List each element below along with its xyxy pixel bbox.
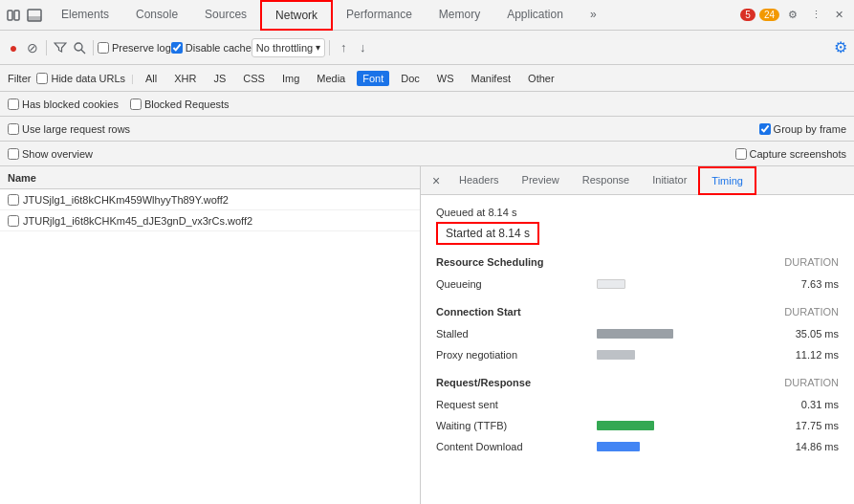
request-row-2[interactable]: JTURjlg1_i6t8kCHKm45_dJE3gnD_vx3rCs.woff… <box>0 210 420 231</box>
filter-sep-1: | <box>131 73 134 84</box>
request-row-1[interactable]: JTUSjlg1_i6t8kCHKm459WlhyyTh89Y.woff2 <box>0 189 420 210</box>
filter-manifest-btn[interactable]: Manifest <box>466 71 517 86</box>
stalled-value: 35.05 ms <box>762 328 839 340</box>
filter-icon[interactable] <box>53 40 68 55</box>
content-download-label: Content Download <box>436 441 589 452</box>
close-devtools-icon[interactable]: ✕ <box>831 8 846 23</box>
hide-data-urls-label[interactable]: Hide data URLs <box>36 73 125 84</box>
svg-rect-0 <box>8 11 12 20</box>
blocked-cookies-label[interactable]: Has blocked cookies <box>8 99 119 110</box>
name-column-header: Name <box>8 172 36 184</box>
show-overview-label[interactable]: Show overview <box>8 148 93 160</box>
proxy-bar-container <box>597 350 755 360</box>
export-har-icon[interactable]: ↓ <box>355 40 370 55</box>
group-by-frame-checkbox[interactable] <box>759 123 771 135</box>
request-name-2: JTURjlg1_i6t8kCHKm45_dJE3gnD_vx3rCs.woff… <box>23 215 252 227</box>
proxy-value: 11.12 ms <box>762 349 839 361</box>
sub-tab-initiator[interactable]: Initiator <box>641 166 698 195</box>
request-row-1-checkbox[interactable] <box>8 194 19 206</box>
show-overview-text: Show overview <box>22 148 93 160</box>
toolbar-sep-1 <box>46 40 47 55</box>
sub-tab-response[interactable]: Response <box>571 166 642 195</box>
large-rows-label[interactable]: Use large request rows <box>8 123 130 135</box>
tab-console[interactable]: Console <box>122 0 191 31</box>
filter-all-btn[interactable]: All <box>140 71 163 86</box>
queueing-bar-container <box>597 279 755 289</box>
disable-cache-label: Disable cache <box>186 42 252 54</box>
blocked-cookies-checkbox[interactable] <box>8 99 19 110</box>
blocked-requests-text: Blocked Requests <box>144 99 230 110</box>
request-sent-label: Request sent <box>436 399 589 410</box>
settings-icon[interactable]: ⚙ <box>785 8 800 23</box>
search-icon[interactable] <box>72 40 87 55</box>
devtools-open-icon[interactable] <box>6 8 21 23</box>
group-by-frame-label[interactable]: Group by frame <box>759 123 846 135</box>
sub-tab-headers[interactable]: Headers <box>448 166 511 195</box>
proxy-row: Proxy negotiation 11.12 ms <box>436 344 839 365</box>
show-overview-checkbox[interactable] <box>8 148 19 160</box>
hide-data-urls-text: Hide data URLs <box>51 73 125 84</box>
tab-more[interactable]: » <box>577 0 610 31</box>
request-row-2-checkbox[interactable] <box>8 215 19 227</box>
toolbar-sep-3 <box>329 40 330 55</box>
group-by-frame-text: Group by frame <box>774 123 846 135</box>
filter-xhr-btn[interactable]: XHR <box>168 71 202 86</box>
throttling-label: No throttling <box>256 42 313 54</box>
disable-cache-checkbox[interactable] <box>171 42 183 54</box>
filter-font-btn[interactable]: Font <box>357 71 389 86</box>
sub-tab-preview[interactable]: Preview <box>511 166 571 195</box>
network-toolbar: ● ⊘ Preserve log Disable cache No thrott… <box>0 31 854 65</box>
filter-other-btn[interactable]: Other <box>522 71 560 86</box>
clear-icon[interactable]: ⊘ <box>25 40 40 55</box>
capture-screenshots-checkbox[interactable] <box>735 148 747 160</box>
content-download-value: 14.86 ms <box>762 441 839 452</box>
filter-js-btn[interactable]: JS <box>208 71 231 86</box>
preserve-log-checkbox[interactable] <box>98 42 109 54</box>
filter-media-btn[interactable]: Media <box>311 71 351 86</box>
tab-memory[interactable]: Memory <box>426 0 493 31</box>
resource-scheduling-duration-label: DURATION <box>784 256 839 268</box>
blocked-requests-checkbox[interactable] <box>130 99 142 110</box>
preserve-log-checkbox-label[interactable]: Preserve log <box>98 42 171 54</box>
sub-tab-timing[interactable]: Timing <box>698 166 756 195</box>
filter-bar: Filter Hide data URLs | All XHR JS CSS I… <box>0 65 854 92</box>
tab-sources[interactable]: Sources <box>191 0 260 31</box>
filter-doc-btn[interactable]: Doc <box>395 71 426 86</box>
ttfb-bar-container <box>597 421 755 430</box>
capture-screenshots-label[interactable]: Capture screenshots <box>735 148 847 160</box>
import-har-icon[interactable]: ↑ <box>336 40 351 55</box>
ttfb-label: Waiting (TTFB) <box>436 420 589 431</box>
tab-application[interactable]: Application <box>493 0 577 31</box>
preserve-log-label: Preserve log <box>112 42 171 54</box>
throttling-dropdown[interactable]: No throttling ▾ <box>252 38 325 57</box>
svg-point-4 <box>75 43 82 51</box>
devtools-dock-icon[interactable] <box>27 8 42 23</box>
more-options-icon[interactable]: ⋮ <box>808 8 823 23</box>
error-count-badge: 5 <box>740 9 755 21</box>
blocked-requests-label[interactable]: Blocked Requests <box>130 99 230 110</box>
tab-performance[interactable]: Performance <box>333 0 426 31</box>
record-icon[interactable]: ● <box>6 40 21 55</box>
proxy-bar <box>597 350 635 360</box>
hide-data-urls-checkbox[interactable] <box>36 73 48 84</box>
stalled-row: Stalled 35.05 ms <box>436 323 839 344</box>
filter-ws-btn[interactable]: WS <box>431 71 460 86</box>
disable-cache-checkbox-label[interactable]: Disable cache <box>171 42 252 54</box>
sub-tab-bar: × Headers Preview Response Initiator Tim… <box>421 166 854 195</box>
tab-elements[interactable]: Elements <box>48 0 122 31</box>
throttling-chevron-icon: ▾ <box>316 42 320 53</box>
toolbar-sep-2 <box>93 40 94 55</box>
close-panel-icon[interactable]: × <box>425 166 448 195</box>
ttfb-row: Waiting (TTFB) 17.75 ms <box>436 415 839 436</box>
request-response-header: Request/Response DURATION <box>436 377 839 390</box>
options-row-1: Has blocked cookies Blocked Requests <box>0 92 854 117</box>
request-sent-bar-container <box>597 400 755 409</box>
stalled-bar-container <box>597 329 755 339</box>
filter-css-btn[interactable]: CSS <box>237 71 271 86</box>
network-settings-icon[interactable]: ⚙ <box>833 40 848 55</box>
filter-img-btn[interactable]: Img <box>276 71 305 86</box>
tab-network[interactable]: Network <box>260 0 333 31</box>
queueing-label: Queueing <box>436 278 589 290</box>
large-rows-checkbox[interactable] <box>8 123 19 135</box>
svg-rect-1 <box>14 11 19 20</box>
